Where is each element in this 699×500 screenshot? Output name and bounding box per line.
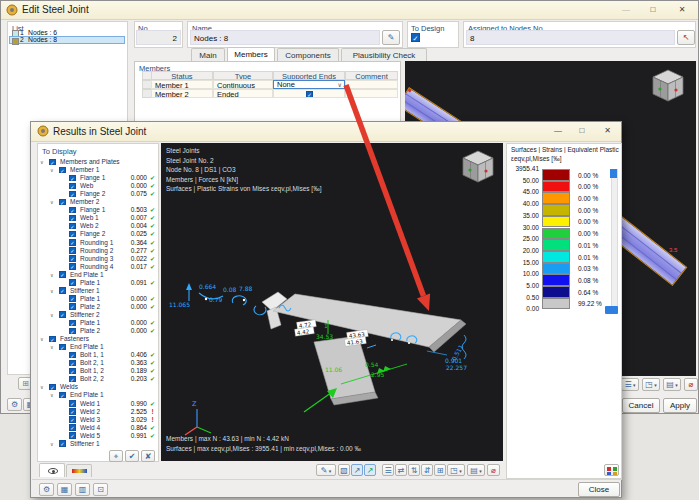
tree-item-label[interactable]: Rounding 3 bbox=[80, 255, 113, 263]
results-3d-viewport[interactable]: Steel JointsSteel Joint No. 2Node No. 8 … bbox=[161, 143, 503, 461]
tree-expander-icon[interactable]: ∨ bbox=[50, 343, 54, 351]
tree-expander-icon[interactable]: ∨ bbox=[50, 271, 54, 279]
name-field[interactable]: Nodes : 8 bbox=[190, 30, 380, 45]
zoom-extents-icon[interactable]: ⊞ bbox=[434, 464, 446, 476]
tree-checkbox[interactable]: ✓ bbox=[69, 175, 76, 182]
legend-scrollbar-track[interactable] bbox=[611, 169, 618, 311]
new-window-button[interactable]: ⊡ bbox=[93, 483, 108, 496]
tree-item-label[interactable]: Fasteners bbox=[60, 335, 89, 343]
tree-item-label[interactable]: End Plate 1 bbox=[70, 271, 104, 279]
tree-expander-icon[interactable]: ∨ bbox=[40, 158, 44, 166]
tree-item-label[interactable]: Members and Plates bbox=[60, 158, 120, 166]
tree-item-label[interactable]: Web bbox=[80, 182, 93, 190]
tree-item-label[interactable]: Rounding 1 bbox=[80, 239, 113, 247]
legend-settings-button[interactable] bbox=[604, 464, 619, 476]
tree-checkbox[interactable]: ✓ bbox=[69, 303, 76, 310]
zoom-cancel-icon[interactable]: ⌀ bbox=[684, 378, 698, 391]
tree-item-label[interactable]: Stiffener 1 bbox=[70, 287, 100, 295]
tree-checkbox[interactable]: ✓ bbox=[69, 191, 76, 198]
member-supported-ends-cell[interactable]: None∨ bbox=[273, 80, 345, 89]
tab-main[interactable]: Main bbox=[191, 48, 225, 61]
tree-expander-icon[interactable]: ∨ bbox=[40, 335, 44, 343]
tree-checkbox[interactable]: ✓ bbox=[59, 271, 66, 278]
member-supported-ends-cell[interactable]: ✓ bbox=[273, 89, 345, 98]
tree-checkbox[interactable]: ✓ bbox=[69, 263, 76, 270]
member-comment-cell[interactable] bbox=[345, 80, 398, 89]
tree-expander-icon[interactable]: ∨ bbox=[50, 311, 54, 319]
tree-checkbox[interactable]: ✓ bbox=[69, 376, 76, 383]
tree-checkbox[interactable]: ✓ bbox=[59, 199, 66, 206]
tree-checkbox[interactable]: ✓ bbox=[69, 183, 76, 190]
isometric-view-icon[interactable]: ◳ ▾ bbox=[447, 464, 465, 476]
minimize-icon[interactable]: — bbox=[547, 124, 569, 138]
tab-result-values[interactable] bbox=[66, 464, 92, 477]
tree-expander-icon[interactable]: ∨ bbox=[50, 198, 54, 206]
list-item[interactable]: 1Nodes : 6 bbox=[9, 29, 125, 37]
view-y-icon[interactable]: ⇅ bbox=[408, 464, 420, 476]
list-item[interactable]: 2Nodes : 8 bbox=[9, 36, 125, 44]
tree-checkbox[interactable]: ✓ bbox=[59, 392, 66, 399]
tree-checkbox[interactable]: ✓ bbox=[69, 295, 76, 302]
print-icon[interactable]: ▤ ▾ bbox=[663, 378, 681, 391]
tree-checkbox[interactable]: ✓ bbox=[69, 255, 76, 262]
view-initial-icon[interactable]: ↗ bbox=[351, 464, 363, 476]
tree-item-label[interactable]: Member 1 bbox=[70, 166, 99, 174]
to-design-checkbox[interactable]: ✓ bbox=[411, 33, 420, 42]
tree-checkbox[interactable]: ✓ bbox=[69, 400, 76, 407]
tree-item-label[interactable]: Weld 3 bbox=[80, 416, 100, 424]
maximize-icon[interactable]: □ bbox=[640, 3, 666, 17]
tree-checkbox[interactable]: ✓ bbox=[59, 440, 66, 447]
pick-button[interactable]: ⌖ bbox=[109, 450, 123, 462]
tree-checkbox[interactable]: ✓ bbox=[59, 287, 66, 294]
export-table-button[interactable]: ▥ bbox=[75, 483, 90, 496]
tab-display[interactable] bbox=[39, 463, 65, 477]
tree-checkbox[interactable]: ✓ bbox=[69, 352, 76, 359]
legend-scroll-button[interactable] bbox=[605, 306, 618, 314]
dropdown-arrow-icon[interactable]: ▾ bbox=[458, 468, 462, 474]
tree-checkbox[interactable]: ✓ bbox=[69, 223, 76, 230]
tree-item-label[interactable]: Plate 2 bbox=[80, 303, 100, 311]
tree-item-label[interactable]: Member 2 bbox=[70, 198, 99, 206]
tree-item-label[interactable]: Web 1 bbox=[80, 214, 99, 222]
view-cube-icon[interactable]: ◳ ▾ bbox=[642, 378, 660, 391]
results-window-titlebar[interactable]: Results in Steel Joint — □ ✕ bbox=[31, 122, 621, 142]
tree-item-label[interactable]: Flange 2 bbox=[80, 230, 105, 238]
tree-checkbox[interactable]: ✓ bbox=[49, 336, 56, 343]
minimize-icon[interactable]: — bbox=[613, 3, 639, 17]
tree-item-label[interactable]: Bolt 1, 2 bbox=[80, 367, 104, 375]
settings-search-button[interactable]: ⚙ bbox=[39, 483, 54, 496]
close-icon[interactable]: ✕ bbox=[667, 3, 697, 17]
dropdown-arrow-icon[interactable]: ▾ bbox=[674, 382, 678, 388]
tree-item-label[interactable]: Welds bbox=[60, 383, 78, 391]
tree-item-label[interactable]: Plate 1 bbox=[80, 319, 100, 327]
tree-item-label[interactable]: Bolt 2, 2 bbox=[80, 375, 104, 383]
tree-expander-icon[interactable]: ∨ bbox=[40, 383, 44, 391]
tab-members[interactable]: Members bbox=[227, 47, 275, 61]
tree-item-label[interactable]: Weld 1 bbox=[80, 400, 100, 408]
tree-expander-icon[interactable]: ∨ bbox=[50, 287, 54, 295]
clipping-box-icon[interactable]: ▧ bbox=[338, 464, 350, 476]
tree-checkbox[interactable]: ✓ bbox=[69, 424, 76, 431]
select-nodes-button[interactable]: ↖ bbox=[677, 30, 695, 45]
edit-display-dropdown[interactable]: ✎ ▾ bbox=[316, 464, 336, 476]
tree-item-label[interactable]: Bolt 1, 1 bbox=[80, 351, 104, 359]
result-tables-button[interactable]: ▦ bbox=[57, 483, 72, 496]
dropdown-arrow-icon[interactable]: ▾ bbox=[632, 382, 636, 388]
tree-expander-icon[interactable]: ∨ bbox=[50, 166, 54, 174]
tree-item-label[interactable]: Flange 1 bbox=[80, 206, 105, 214]
tree-item-label[interactable]: Bolt 2, 1 bbox=[80, 359, 104, 367]
tree-checkbox[interactable]: ✓ bbox=[59, 167, 66, 174]
maximize-icon[interactable]: □ bbox=[571, 124, 593, 138]
navigation-cube[interactable] bbox=[649, 67, 687, 105]
tree-item-label[interactable]: End Plate 1 bbox=[70, 343, 104, 351]
tree-expander-icon[interactable]: ∨ bbox=[50, 391, 54, 399]
check-all-button[interactable]: ✔ bbox=[125, 450, 139, 462]
display-options-icon[interactable]: ☰ ▾ bbox=[621, 378, 639, 391]
tree-item-label[interactable]: Stiffener 2 bbox=[70, 311, 100, 319]
tree-checkbox[interactable]: ✓ bbox=[69, 368, 76, 375]
zoom-cancel-icon[interactable]: ⌀ bbox=[487, 464, 500, 476]
tree-checkbox[interactable]: ✓ bbox=[59, 344, 66, 351]
legend-scrollbar-thumb[interactable] bbox=[610, 169, 617, 178]
tree-checkbox[interactable]: ✓ bbox=[69, 432, 76, 439]
tree-item-label[interactable]: Web 2 bbox=[80, 222, 99, 230]
